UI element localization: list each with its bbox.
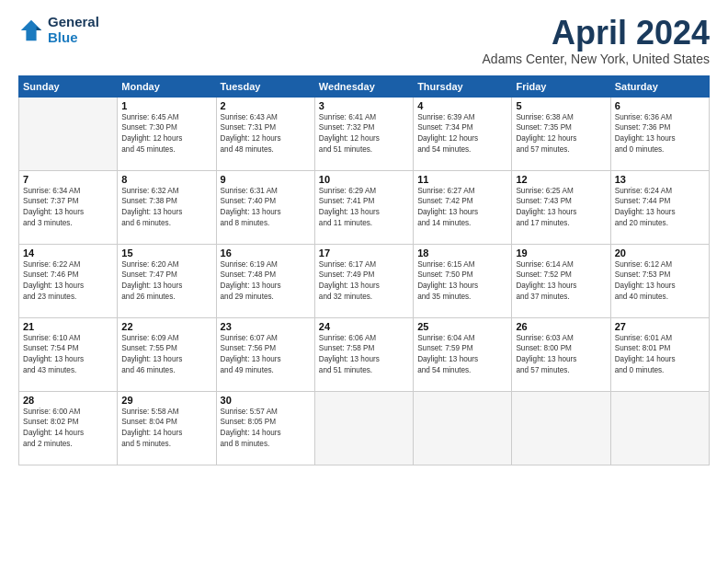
week-row-4: 21Sunrise: 6:10 AM Sunset: 7:54 PM Dayli… [19,317,710,391]
calendar-cell: 14Sunrise: 6:22 AM Sunset: 7:46 PM Dayli… [19,244,118,317]
day-number: 28 [23,395,113,406]
day-info: Sunrise: 6:32 AM Sunset: 7:38 PM Dayligh… [121,186,211,230]
calendar-cell [512,391,610,465]
calendar-cell: 5Sunrise: 6:38 AM Sunset: 7:35 PM Daylig… [512,97,610,170]
logo: General Blue [18,15,99,45]
day-info: Sunrise: 6:20 AM Sunset: 7:47 PM Dayligh… [121,259,211,304]
day-info: Sunrise: 6:39 AM Sunset: 7:34 PM Dayligh… [417,112,507,156]
day-info: Sunrise: 6:31 AM Sunset: 7:40 PM Dayligh… [221,186,311,230]
calendar-cell: 15Sunrise: 6:20 AM Sunset: 7:47 PM Dayli… [118,244,216,317]
day-header-sunday: Sunday [19,75,118,97]
day-info: Sunrise: 6:07 AM Sunset: 7:56 PM Dayligh… [221,333,311,377]
day-number: 18 [417,247,507,259]
calendar-cell: 19Sunrise: 6:14 AM Sunset: 7:52 PM Dayli… [512,244,610,317]
calendar-cell: 27Sunrise: 6:01 AM Sunset: 8:01 PM Dayli… [610,317,709,391]
day-number: 7 [23,174,113,185]
calendar-cell [314,391,413,465]
calendar-cell [414,391,512,465]
day-info: Sunrise: 5:57 AM Sunset: 8:05 PM Dayligh… [221,407,311,451]
day-number: 15 [121,247,211,259]
calendar-cell: 20Sunrise: 6:12 AM Sunset: 7:53 PM Dayli… [610,244,709,317]
day-info: Sunrise: 6:17 AM Sunset: 7:49 PM Dayligh… [319,259,409,304]
day-info: Sunrise: 6:43 AM Sunset: 7:31 PM Dayligh… [221,112,311,156]
day-header-tuesday: Tuesday [216,75,314,97]
day-info: Sunrise: 6:14 AM Sunset: 7:52 PM Dayligh… [516,259,606,304]
calendar-cell [19,97,118,170]
week-row-3: 14Sunrise: 6:22 AM Sunset: 7:46 PM Dayli… [19,244,710,317]
day-info: Sunrise: 6:22 AM Sunset: 7:46 PM Dayligh… [23,259,113,304]
logo-text: General Blue [48,15,99,45]
day-number: 9 [221,174,311,185]
calendar-cell: 13Sunrise: 6:24 AM Sunset: 7:44 PM Dayli… [610,170,709,244]
day-number: 26 [516,321,606,332]
day-number: 10 [319,174,409,185]
day-number: 6 [615,100,705,111]
day-number: 16 [221,247,311,259]
week-row-5: 28Sunrise: 6:00 AM Sunset: 8:02 PM Dayli… [19,391,710,465]
calendar-cell: 17Sunrise: 6:17 AM Sunset: 7:49 PM Dayli… [314,244,413,317]
week-row-2: 7Sunrise: 6:34 AM Sunset: 7:37 PM Daylig… [19,170,710,244]
page: General Blue April 2024 Adams Center, Ne… [0,0,728,563]
day-info: Sunrise: 6:45 AM Sunset: 7:30 PM Dayligh… [121,112,211,156]
day-number: 21 [23,321,113,332]
calendar-cell: 12Sunrise: 6:25 AM Sunset: 7:43 PM Dayli… [512,170,610,244]
day-info: Sunrise: 6:04 AM Sunset: 7:59 PM Dayligh… [417,333,507,377]
day-info: Sunrise: 6:01 AM Sunset: 8:01 PM Dayligh… [615,333,705,377]
calendar-table: SundayMondayTuesdayWednesdayThursdayFrid… [18,75,710,465]
week-row-1: 1Sunrise: 6:45 AM Sunset: 7:30 PM Daylig… [19,97,710,170]
calendar-cell: 3Sunrise: 6:41 AM Sunset: 7:32 PM Daylig… [314,97,413,170]
day-info: Sunrise: 6:06 AM Sunset: 7:58 PM Dayligh… [319,333,409,377]
title-block: April 2024 Adams Center, New York, Unite… [483,15,710,66]
day-header-friday: Friday [512,75,610,97]
day-info: Sunrise: 6:09 AM Sunset: 7:55 PM Dayligh… [121,333,211,377]
day-info: Sunrise: 6:10 AM Sunset: 7:54 PM Dayligh… [23,333,113,377]
day-number: 17 [319,247,409,259]
day-info: Sunrise: 6:24 AM Sunset: 7:44 PM Dayligh… [615,186,705,230]
day-info: Sunrise: 6:19 AM Sunset: 7:48 PM Dayligh… [221,259,311,304]
calendar-cell: 11Sunrise: 6:27 AM Sunset: 7:42 PM Dayli… [414,170,512,244]
day-number: 29 [121,395,211,406]
day-number: 23 [221,321,311,332]
calendar-cell: 29Sunrise: 5:58 AM Sunset: 8:04 PM Dayli… [118,391,216,465]
days-header-row: SundayMondayTuesdayWednesdayThursdayFrid… [19,75,710,97]
calendar-cell: 18Sunrise: 6:15 AM Sunset: 7:50 PM Dayli… [414,244,512,317]
day-number: 20 [615,247,705,259]
day-info: Sunrise: 6:12 AM Sunset: 7:53 PM Dayligh… [615,259,705,304]
calendar-cell: 16Sunrise: 6:19 AM Sunset: 7:48 PM Dayli… [216,244,314,317]
day-info: Sunrise: 5:58 AM Sunset: 8:04 PM Dayligh… [121,407,211,451]
day-number: 3 [319,100,409,111]
day-info: Sunrise: 6:27 AM Sunset: 7:42 PM Dayligh… [417,186,507,230]
day-number: 11 [417,174,507,185]
day-header-monday: Monday [118,75,216,97]
day-number: 30 [221,395,311,406]
calendar-cell: 10Sunrise: 6:29 AM Sunset: 7:41 PM Dayli… [314,170,413,244]
calendar-cell: 23Sunrise: 6:07 AM Sunset: 7:56 PM Dayli… [216,317,314,391]
calendar-cell [610,391,709,465]
day-number: 19 [516,247,606,259]
main-title: April 2024 [483,15,710,52]
day-number: 1 [121,100,211,111]
day-number: 25 [417,321,507,332]
logo-icon [18,17,44,43]
day-info: Sunrise: 6:00 AM Sunset: 8:02 PM Dayligh… [23,407,113,451]
day-info: Sunrise: 6:34 AM Sunset: 7:37 PM Dayligh… [23,186,113,230]
day-number: 4 [417,100,507,111]
calendar-cell: 2Sunrise: 6:43 AM Sunset: 7:31 PM Daylig… [216,97,314,170]
day-info: Sunrise: 6:38 AM Sunset: 7:35 PM Dayligh… [516,112,606,156]
calendar-cell: 26Sunrise: 6:03 AM Sunset: 8:00 PM Dayli… [512,317,610,391]
calendar-cell: 9Sunrise: 6:31 AM Sunset: 7:40 PM Daylig… [216,170,314,244]
day-number: 27 [615,321,705,332]
day-number: 5 [516,100,606,111]
day-info: Sunrise: 6:03 AM Sunset: 8:00 PM Dayligh… [516,333,606,377]
calendar-cell: 21Sunrise: 6:10 AM Sunset: 7:54 PM Dayli… [19,317,118,391]
calendar-cell: 7Sunrise: 6:34 AM Sunset: 7:37 PM Daylig… [19,170,118,244]
calendar-cell: 4Sunrise: 6:39 AM Sunset: 7:34 PM Daylig… [414,97,512,170]
subtitle: Adams Center, New York, United States [483,52,710,66]
calendar-cell: 28Sunrise: 6:00 AM Sunset: 8:02 PM Dayli… [19,391,118,465]
day-header-thursday: Thursday [414,75,512,97]
day-number: 22 [121,321,211,332]
calendar-cell: 22Sunrise: 6:09 AM Sunset: 7:55 PM Dayli… [118,317,216,391]
day-info: Sunrise: 6:41 AM Sunset: 7:32 PM Dayligh… [319,112,409,156]
day-info: Sunrise: 6:29 AM Sunset: 7:41 PM Dayligh… [319,186,409,230]
calendar-cell: 30Sunrise: 5:57 AM Sunset: 8:05 PM Dayli… [216,391,314,465]
